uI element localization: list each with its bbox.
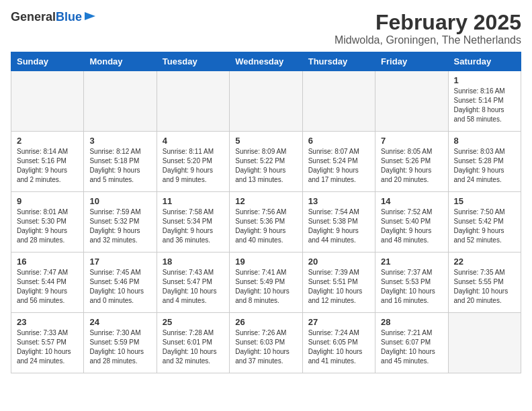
day-info: Sunrise: 7:52 AM Sunset: 5:40 PM Dayligh… <box>381 208 442 245</box>
weekday-header-cell: Wednesday <box>230 52 302 71</box>
day-number: 11 <box>163 196 224 206</box>
calendar-day-cell: 20Sunrise: 7:39 AM Sunset: 5:51 PM Dayli… <box>302 253 375 313</box>
day-number: 15 <box>454 196 515 206</box>
day-number: 1 <box>454 75 515 85</box>
calendar-day-cell: 2Sunrise: 8:14 AM Sunset: 5:16 PM Daylig… <box>11 132 84 192</box>
calendar-day-cell <box>84 71 157 132</box>
day-number: 23 <box>17 317 78 327</box>
calendar-day-cell: 17Sunrise: 7:45 AM Sunset: 5:46 PM Dayli… <box>84 253 157 313</box>
day-number: 2 <box>17 136 78 146</box>
calendar-day-cell: 22Sunrise: 7:35 AM Sunset: 5:55 PM Dayli… <box>448 253 521 313</box>
day-info: Sunrise: 7:45 AM Sunset: 5:46 PM Dayligh… <box>89 268 150 306</box>
day-info: Sunrise: 8:01 AM Sunset: 5:30 PM Dayligh… <box>17 208 78 245</box>
calendar-day-cell: 18Sunrise: 7:43 AM Sunset: 5:47 PM Dayli… <box>157 253 229 313</box>
day-info: Sunrise: 8:05 AM Sunset: 5:26 PM Dayligh… <box>381 147 442 185</box>
title-block: February 2025 Midwolda, Groningen, The N… <box>335 11 521 46</box>
day-number: 7 <box>381 136 442 146</box>
day-number: 18 <box>163 257 224 267</box>
calendar-subtitle: Midwolda, Groningen, The Netherlands <box>335 34 521 46</box>
weekday-header-cell: Tuesday <box>157 52 229 71</box>
day-number: 21 <box>381 257 442 267</box>
day-info: Sunrise: 7:21 AM Sunset: 6:07 PM Dayligh… <box>381 328 442 366</box>
calendar-day-cell: 6Sunrise: 8:07 AM Sunset: 5:24 PM Daylig… <box>302 132 375 192</box>
calendar-day-cell: 16Sunrise: 7:47 AM Sunset: 5:44 PM Dayli… <box>11 253 84 313</box>
day-info: Sunrise: 8:07 AM Sunset: 5:24 PM Dayligh… <box>308 147 369 185</box>
calendar-body: 1Sunrise: 8:16 AM Sunset: 5:14 PM Daylig… <box>11 71 521 373</box>
calendar-day-cell: 26Sunrise: 7:26 AM Sunset: 6:03 PM Dayli… <box>230 313 302 373</box>
weekday-header-row: SundayMondayTuesdayWednesdayThursdayFrid… <box>11 52 521 71</box>
weekday-header-cell: Monday <box>84 52 157 71</box>
calendar-day-cell: 3Sunrise: 8:12 AM Sunset: 5:18 PM Daylig… <box>84 132 157 192</box>
calendar-week-row: 1Sunrise: 8:16 AM Sunset: 5:14 PM Daylig… <box>11 71 521 132</box>
day-info: Sunrise: 8:16 AM Sunset: 5:14 PM Dayligh… <box>454 87 515 124</box>
day-number: 9 <box>17 196 78 206</box>
day-number: 28 <box>381 317 442 327</box>
calendar-day-cell: 27Sunrise: 7:24 AM Sunset: 6:05 PM Dayli… <box>302 313 375 373</box>
day-info: Sunrise: 7:33 AM Sunset: 5:57 PM Dayligh… <box>17 328 78 366</box>
calendar-day-cell: 1Sunrise: 8:16 AM Sunset: 5:14 PM Daylig… <box>448 71 521 132</box>
day-number: 16 <box>17 257 78 267</box>
calendar-day-cell <box>448 313 521 373</box>
svg-marker-0 <box>85 12 95 20</box>
weekday-header-cell: Friday <box>375 52 448 71</box>
calendar-day-cell: 12Sunrise: 7:56 AM Sunset: 5:36 PM Dayli… <box>230 192 302 253</box>
calendar-day-cell: 8Sunrise: 8:03 AM Sunset: 5:28 PM Daylig… <box>448 132 521 192</box>
day-number: 27 <box>308 317 369 327</box>
calendar-day-cell: 10Sunrise: 7:59 AM Sunset: 5:32 PM Dayli… <box>84 192 157 253</box>
calendar-day-cell <box>11 71 84 132</box>
day-info: Sunrise: 7:43 AM Sunset: 5:47 PM Dayligh… <box>163 268 224 306</box>
day-number: 14 <box>381 196 442 206</box>
calendar-day-cell <box>375 71 448 132</box>
day-number: 26 <box>235 317 296 327</box>
day-info: Sunrise: 7:28 AM Sunset: 6:01 PM Dayligh… <box>163 328 224 366</box>
day-info: Sunrise: 7:54 AM Sunset: 5:38 PM Dayligh… <box>308 208 369 245</box>
page-header: GeneralBlue February 2025 Midwolda, Gron… <box>11 11 521 46</box>
calendar-day-cell: 13Sunrise: 7:54 AM Sunset: 5:38 PM Dayli… <box>302 192 375 253</box>
day-info: Sunrise: 7:47 AM Sunset: 5:44 PM Dayligh… <box>17 268 78 306</box>
day-info: Sunrise: 7:56 AM Sunset: 5:36 PM Dayligh… <box>235 208 296 245</box>
day-number: 10 <box>89 196 150 206</box>
day-info: Sunrise: 7:35 AM Sunset: 5:55 PM Dayligh… <box>454 268 515 306</box>
calendar-day-cell <box>230 71 302 132</box>
calendar-day-cell: 9Sunrise: 8:01 AM Sunset: 5:30 PM Daylig… <box>11 192 84 253</box>
day-info: Sunrise: 7:39 AM Sunset: 5:51 PM Dayligh… <box>308 268 369 306</box>
day-number: 17 <box>89 257 150 267</box>
calendar-day-cell: 21Sunrise: 7:37 AM Sunset: 5:53 PM Dayli… <box>375 253 448 313</box>
logo-text: GeneralBlue <box>11 11 82 24</box>
calendar-week-row: 16Sunrise: 7:47 AM Sunset: 5:44 PM Dayli… <box>11 253 521 313</box>
day-info: Sunrise: 8:14 AM Sunset: 5:16 PM Dayligh… <box>17 147 78 185</box>
calendar-day-cell: 14Sunrise: 7:52 AM Sunset: 5:40 PM Dayli… <box>375 192 448 253</box>
day-number: 20 <box>308 257 369 267</box>
day-number: 25 <box>163 317 224 327</box>
calendar-week-row: 2Sunrise: 8:14 AM Sunset: 5:16 PM Daylig… <box>11 132 521 192</box>
day-info: Sunrise: 7:50 AM Sunset: 5:42 PM Dayligh… <box>454 208 515 245</box>
day-info: Sunrise: 7:59 AM Sunset: 5:32 PM Dayligh… <box>89 208 150 245</box>
day-number: 22 <box>454 257 515 267</box>
logo: GeneralBlue <box>11 11 97 24</box>
weekday-header-cell: Thursday <box>302 52 375 71</box>
day-info: Sunrise: 7:30 AM Sunset: 5:59 PM Dayligh… <box>89 328 150 366</box>
day-info: Sunrise: 7:41 AM Sunset: 5:49 PM Dayligh… <box>235 268 296 306</box>
day-info: Sunrise: 8:03 AM Sunset: 5:28 PM Dayligh… <box>454 147 515 185</box>
day-number: 6 <box>308 136 369 146</box>
day-number: 3 <box>89 136 150 146</box>
calendar-day-cell: 28Sunrise: 7:21 AM Sunset: 6:07 PM Dayli… <box>375 313 448 373</box>
day-number: 12 <box>235 196 296 206</box>
calendar-day-cell <box>157 71 229 132</box>
calendar-day-cell: 19Sunrise: 7:41 AM Sunset: 5:49 PM Dayli… <box>230 253 302 313</box>
calendar-day-cell: 11Sunrise: 7:58 AM Sunset: 5:34 PM Dayli… <box>157 192 229 253</box>
calendar-day-cell: 7Sunrise: 8:05 AM Sunset: 5:26 PM Daylig… <box>375 132 448 192</box>
weekday-header-cell: Saturday <box>448 52 521 71</box>
calendar-day-cell: 23Sunrise: 7:33 AM Sunset: 5:57 PM Dayli… <box>11 313 84 373</box>
day-info: Sunrise: 8:11 AM Sunset: 5:20 PM Dayligh… <box>163 147 224 185</box>
day-info: Sunrise: 8:09 AM Sunset: 5:22 PM Dayligh… <box>235 147 296 185</box>
weekday-header-cell: Sunday <box>11 52 84 71</box>
day-info: Sunrise: 7:58 AM Sunset: 5:34 PM Dayligh… <box>163 208 224 245</box>
calendar-week-row: 23Sunrise: 7:33 AM Sunset: 5:57 PM Dayli… <box>11 313 521 373</box>
day-number: 13 <box>308 196 369 206</box>
day-number: 4 <box>163 136 224 146</box>
day-info: Sunrise: 8:12 AM Sunset: 5:18 PM Dayligh… <box>89 147 150 185</box>
day-info: Sunrise: 7:37 AM Sunset: 5:53 PM Dayligh… <box>381 268 442 306</box>
day-info: Sunrise: 7:24 AM Sunset: 6:05 PM Dayligh… <box>308 328 369 366</box>
logo-arrow-icon <box>83 9 97 23</box>
